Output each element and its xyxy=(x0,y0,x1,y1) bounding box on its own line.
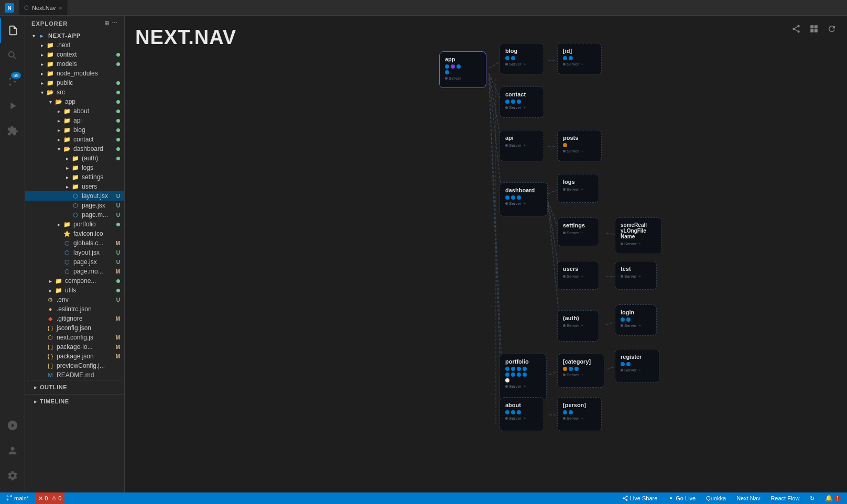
status-notifications[interactable]: 🔔 1 xyxy=(823,495,843,502)
tree-item-models[interactable]: ▸ 📁 models xyxy=(25,59,124,69)
status-live-share[interactable]: Live Share xyxy=(620,495,660,501)
node-dashboard[interactable]: dashboard Server + xyxy=(499,182,548,216)
new-file-icon[interactable]: ⊞ xyxy=(104,20,110,27)
tree-item-next[interactable]: ▸ 📁 .next xyxy=(25,40,124,50)
tree-item-packagejson[interactable]: { } package.json M xyxy=(25,352,124,361)
tree-item-src[interactable]: ▾ 📂 src xyxy=(25,87,124,97)
share-icon[interactable] xyxy=(791,24,801,36)
outline-header[interactable]: ▸ OUTLINE xyxy=(25,382,124,392)
tree-item-src-page-module[interactable]: ⬡ page.mo... M xyxy=(25,267,124,276)
timeline-header[interactable]: ▸ TIMELINE xyxy=(25,397,124,406)
activity-account[interactable] xyxy=(0,438,25,463)
tree-item-env[interactable]: ⚙ .env U xyxy=(25,295,124,304)
tree-item-page-jsx[interactable]: ⬡ page.jsx U xyxy=(25,201,124,210)
tree-item-blog[interactable]: ▸ 📁 blog xyxy=(25,125,124,135)
tree-item-jsconfig[interactable]: { } jsconfig.json xyxy=(25,323,124,333)
activity-search[interactable] xyxy=(0,43,25,68)
chevron-down-icon: ▾ xyxy=(29,33,38,39)
activity-run-debug[interactable] xyxy=(0,93,25,118)
tab-close-button[interactable]: × xyxy=(59,5,62,11)
tree-item-previewconfig[interactable]: { } previewConfig.j... xyxy=(25,361,124,370)
tree-item-nextconfig[interactable]: ⬡ next.config.js M xyxy=(25,333,124,342)
node-app[interactable]: app Server xyxy=(439,51,486,88)
node-users-label-text: Server xyxy=(567,274,579,279)
status-sync[interactable]: ↻ xyxy=(808,495,817,502)
tab-nextnav[interactable]: ⬡ Next.Nav × xyxy=(19,0,68,15)
tree-item-components[interactable]: ▸ 📁 compone... xyxy=(25,276,124,286)
node-register[interactable]: register Server + xyxy=(615,349,659,383)
node-portfolio[interactable]: portfolio Server + xyxy=(499,354,547,401)
sidebar-title: EXPLORER xyxy=(31,20,68,27)
node-users[interactable]: users Server + xyxy=(557,261,599,290)
tree-item-app[interactable]: ▾ 📂 app xyxy=(25,97,124,106)
tree-item-contact[interactable]: ▸ 📁 contact xyxy=(25,135,124,144)
node-logs[interactable]: logs Server + xyxy=(557,174,599,203)
node-api[interactable]: api Server + xyxy=(499,130,544,161)
node-auth[interactable]: (auth) Server + xyxy=(557,310,599,342)
go-live-label: Go Live xyxy=(676,495,696,501)
tree-item-auth[interactable]: ▸ 📁 (auth) xyxy=(25,154,124,163)
activity-remote[interactable] xyxy=(0,413,25,438)
tree-item-readme[interactable]: M README.md xyxy=(25,370,124,380)
node-person[interactable]: [person] Server + xyxy=(557,397,602,431)
tree-label-settings: settings xyxy=(82,173,124,181)
tree-item-packagelock[interactable]: { } package-lo... M xyxy=(25,342,124,352)
tree-badge-u: U xyxy=(116,212,120,218)
tree-item-eslint[interactable]: ● .eslintrc.json xyxy=(25,304,124,314)
tree-item-public[interactable]: ▸ 📁 public xyxy=(25,78,124,87)
status-next-nav[interactable]: Next.Nav xyxy=(734,495,762,501)
tree-item-layout-jsx[interactable]: ⬡ layout.jsx U xyxy=(25,191,124,201)
activity-explorer[interactable] xyxy=(0,18,25,43)
status-branch[interactable]: main* xyxy=(4,495,31,501)
tree-item-portfolio[interactable]: ▸ 📁 portfolio xyxy=(25,220,124,229)
dot-blue xyxy=(457,64,461,69)
more-options-icon[interactable]: ⋯ xyxy=(112,20,118,27)
tree-item-gitignore[interactable]: ◆ .gitignore M xyxy=(25,314,124,323)
activity-source-control[interactable]: 69 xyxy=(0,68,25,93)
node-contact[interactable]: contact Server + xyxy=(499,86,544,118)
node-portfolio-dots3 xyxy=(505,378,541,382)
tree-item-about[interactable]: ▸ 📁 about xyxy=(25,106,124,116)
node-about[interactable]: about Server + xyxy=(499,397,544,431)
refresh-icon[interactable] xyxy=(827,24,837,36)
node-login[interactable]: login Server + xyxy=(615,304,657,336)
status-quokka[interactable]: Quokka xyxy=(704,495,728,501)
tree-item-src-layout[interactable]: ⬡ layout.jsx U xyxy=(25,248,124,257)
tree-item-logs[interactable]: ▸ 📁 logs xyxy=(25,163,124,172)
dot-blue xyxy=(511,100,515,104)
tree-item-dashboard[interactable]: ▾ 📂 dashboard xyxy=(25,144,124,154)
label-dot xyxy=(621,275,623,278)
node-app-label: Server xyxy=(445,76,481,81)
tree-root[interactable]: ▾ ▸ NEXT-APP xyxy=(25,31,124,40)
tree-item-page-module[interactable]: ⬡ page.m... U xyxy=(25,210,124,220)
node-settings[interactable]: settings Server + xyxy=(557,217,599,246)
tree-label-src-page: page.jsx xyxy=(73,258,114,266)
file-eslint-icon: ● xyxy=(46,305,55,313)
tree-item-users[interactable]: ▸ 📁 users xyxy=(25,182,124,191)
tree-item-node-modules[interactable]: ▸ 📁 node_modules xyxy=(25,69,124,78)
tree-item-api[interactable]: ▸ 📁 api xyxy=(25,116,124,125)
folder-icon: 📁 xyxy=(46,50,55,59)
tree-item-favicon[interactable]: ⭐ favicon.ico xyxy=(25,229,124,238)
tree-item-context[interactable]: ▸ 📁 context xyxy=(25,50,124,59)
node-blog[interactable]: blog Server + xyxy=(499,43,544,74)
activity-settings[interactable] xyxy=(0,463,25,488)
tree-item-src-page[interactable]: ⬡ page.jsx U xyxy=(25,257,124,267)
status-errors[interactable]: ✕ 0 ⚠ 0 xyxy=(35,492,64,504)
status-react-flow[interactable]: React Flow xyxy=(768,495,801,501)
node-long-filename[interactable]: someReallyLOngFileName Server + xyxy=(615,217,662,254)
dot-blue xyxy=(621,317,625,322)
tree-item-utils[interactable]: ▸ 📁 utils xyxy=(25,286,124,295)
node-test[interactable]: test Server + xyxy=(615,261,657,290)
folder-icon: 📁 xyxy=(55,286,63,294)
node-posts-title: posts xyxy=(563,135,596,141)
status-go-live[interactable]: Go Live xyxy=(666,495,698,501)
layout-icon[interactable] xyxy=(809,24,819,36)
tree-item-globals[interactable]: ⬡ globals.c... M xyxy=(25,238,124,248)
node-id[interactable]: [id] Server + xyxy=(557,43,602,74)
node-posts[interactable]: posts Server + xyxy=(557,130,602,161)
activity-extensions[interactable] xyxy=(0,118,25,144)
chevron-right-icon: ▸ xyxy=(38,80,46,86)
tree-item-settings[interactable]: ▸ 📁 settings xyxy=(25,172,124,182)
node-category[interactable]: [category] Server + xyxy=(557,354,604,388)
